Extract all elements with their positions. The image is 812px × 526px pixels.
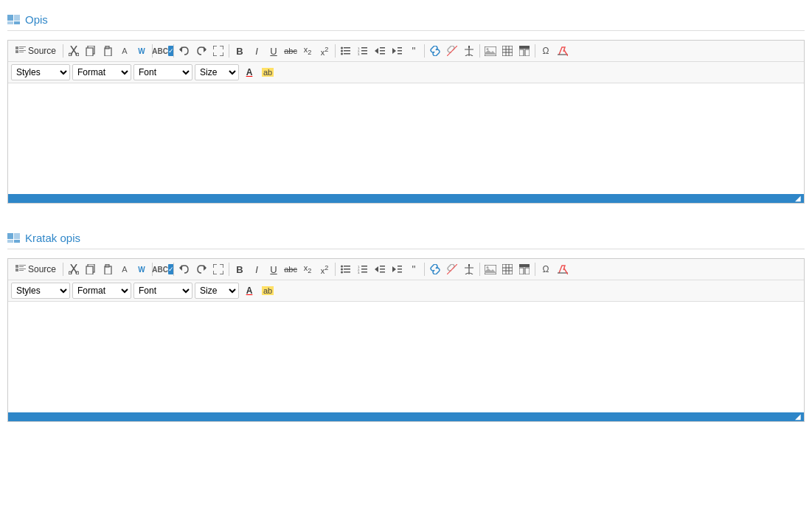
divider7k [479, 263, 480, 276]
svg-point-20 [341, 47, 343, 49]
divider4 [229, 44, 229, 58]
table-button-opis[interactable] [499, 43, 516, 59]
unlink-button-opis[interactable] [444, 43, 460, 59]
svg-rect-5 [19, 46, 26, 47]
blockquote-button-opis[interactable]: " [406, 43, 422, 59]
font-color-button-kratak[interactable]: A [241, 283, 257, 299]
toolbar-row2-kratak: Styles Format Font Size A ab [8, 280, 804, 302]
cut-button-kratak[interactable] [66, 261, 82, 277]
cut-button-opis[interactable] [66, 43, 82, 59]
styles-select-opis[interactable]: Styles [11, 64, 70, 80]
subscript-button-opis[interactable]: x2 [299, 43, 316, 59]
image-button-kratak[interactable] [482, 261, 499, 277]
indent-button-opis[interactable] [389, 43, 405, 59]
font-select-opis[interactable]: Font [133, 64, 192, 80]
outdent-button-opis[interactable] [372, 43, 388, 59]
anchor-button-kratak[interactable] [461, 261, 477, 277]
copy-button-kratak[interactable] [83, 261, 99, 277]
anchor-button-opis[interactable] [461, 43, 477, 59]
svg-rect-78 [344, 269, 350, 270]
italic-button-kratak[interactable]: I [249, 261, 265, 277]
unordered-list-button-kratak[interactable] [338, 261, 354, 277]
superscript-button-kratak[interactable]: x2 [316, 261, 333, 277]
blockquote-button-kratak[interactable]: " [406, 261, 422, 277]
underline-button-opis[interactable]: U [266, 43, 282, 59]
editor-content-kratak[interactable] [8, 302, 804, 412]
indent-button-kratak[interactable] [389, 261, 405, 277]
bold-button-opis[interactable]: B [232, 43, 248, 59]
undo-button-kratak[interactable] [176, 261, 192, 277]
link-button-opis[interactable] [427, 43, 443, 59]
svg-marker-99 [485, 269, 496, 273]
copy-button-opis[interactable] [83, 43, 99, 59]
maximize-button-opis[interactable] [210, 43, 226, 59]
editor-content-opis[interactable] [8, 83, 804, 194]
spellcheck-button-opis[interactable]: ABC ✓ [155, 43, 171, 59]
paste-text-button-opis[interactable]: A [117, 43, 133, 59]
svg-rect-76 [344, 266, 350, 267]
table-layout-button-kratak[interactable] [516, 261, 532, 277]
font-select-kratak[interactable]: Font [133, 283, 192, 299]
ordered-list-button-opis[interactable]: 1. 2. 3. [355, 43, 371, 59]
strikethrough-button-kratak[interactable]: abc [282, 261, 299, 277]
svg-rect-51 [519, 49, 524, 56]
paste-word-button-kratak[interactable]: W [133, 261, 150, 277]
svg-rect-15 [86, 48, 93, 56]
italic-button-opis[interactable]: I [249, 43, 265, 59]
special-char-button-opis[interactable]: Ω [538, 43, 554, 59]
table-layout-button-opis[interactable] [516, 43, 532, 59]
remove-format-button-kratak[interactable] [555, 261, 571, 277]
svg-point-13 [76, 53, 79, 56]
size-select-kratak[interactable]: Size [195, 283, 239, 299]
source-button-kratak[interactable]: Source [11, 262, 60, 277]
superscript-button-opis[interactable]: x2 [316, 43, 333, 59]
svg-rect-33 [380, 47, 385, 49]
svg-rect-3 [14, 21, 20, 24]
format-select-opis[interactable]: Format [72, 64, 131, 80]
svg-rect-61 [19, 266, 24, 267]
svg-rect-37 [398, 47, 402, 49]
redo-button-opis[interactable] [193, 43, 209, 59]
undo-button-opis[interactable] [176, 43, 192, 59]
underline-button-kratak[interactable]: U [266, 261, 282, 277]
svg-marker-18 [179, 46, 182, 52]
divider3k [173, 263, 174, 276]
link-button-kratak[interactable] [427, 261, 443, 277]
spellcheck-button-kratak[interactable]: ABC ✓ [155, 261, 171, 277]
strikethrough-button-opis[interactable]: abc [282, 43, 299, 59]
resize-handle-opis[interactable]: ◢ [795, 195, 802, 202]
special-char-button-kratak[interactable]: Ω [538, 261, 554, 277]
table-button-kratak[interactable] [499, 261, 516, 277]
svg-rect-25 [344, 53, 350, 55]
bold-button-kratak[interactable]: B [232, 261, 248, 277]
editor-kratak: Source [7, 258, 805, 422]
ordered-list-button-kratak[interactable]: 1. 2. 3. [355, 261, 371, 277]
svg-point-24 [341, 53, 343, 55]
unlink-button-kratak[interactable] [444, 261, 460, 277]
format-select-kratak[interactable]: Format [72, 283, 131, 299]
svg-rect-100 [502, 264, 513, 274]
styles-select-kratak[interactable]: Styles [11, 283, 70, 299]
unordered-list-button-opis[interactable] [338, 43, 354, 59]
subscript-button-kratak[interactable]: x2 [299, 261, 316, 277]
svg-rect-92 [398, 266, 402, 267]
source-label-kratak: Source [28, 264, 56, 274]
resize-handle-kratak[interactable]: ◢ [795, 413, 802, 421]
redo-button-kratak[interactable] [193, 261, 209, 277]
toolbar-row1-opis: Source [8, 41, 804, 62]
size-select-opis[interactable]: Size [195, 64, 239, 80]
highlight-button-opis[interactable]: ab [260, 64, 276, 80]
highlight-button-kratak[interactable]: ab [260, 283, 276, 299]
image-button-opis[interactable] [482, 43, 499, 59]
paste-button-kratak[interactable] [100, 261, 116, 277]
toolbar-row1-kratak: Source [8, 259, 804, 280]
source-button-opis[interactable]: Source [11, 44, 60, 58]
maximize-button-kratak[interactable] [210, 261, 226, 277]
font-color-button-opis[interactable]: A [241, 64, 257, 80]
outdent-button-kratak[interactable] [372, 261, 388, 277]
paste-button-opis[interactable] [100, 43, 116, 59]
remove-format-button-opis[interactable] [555, 43, 571, 59]
paste-text-button-kratak[interactable]: A [117, 261, 133, 277]
section-title-opis: Opis [25, 13, 48, 26]
paste-word-button-opis[interactable]: W [133, 43, 150, 59]
